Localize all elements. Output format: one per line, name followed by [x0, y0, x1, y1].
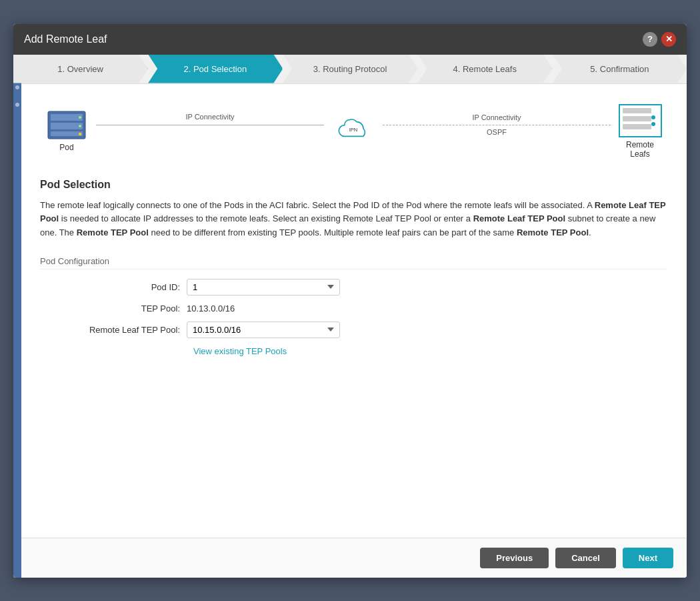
- pod-icon: [47, 110, 87, 140]
- step-routing-protocol[interactable]: 3. Routing Protocol: [283, 55, 417, 83]
- remote-tep-pool-row: Remote Leaf TEP Pool: 10.15.0.0/16: [40, 322, 667, 338]
- remote-tep-pool-label: Remote Leaf TEP Pool:: [80, 325, 187, 335]
- form-section-title: Pod Configuration: [40, 256, 667, 269]
- bold-remote-leaf-tep-pool-2: Remote Leaf TEP Pool: [473, 213, 565, 223]
- topology-diagram: Pod IP Connectivity IPN IPN IP Connectiv…: [40, 97, 667, 165]
- view-tep-pools-link[interactable]: View existing TEP Pools: [40, 346, 667, 356]
- previous-button[interactable]: Previous: [480, 548, 549, 568]
- wizard-steps: 1. Overview 2. Pod Selection 3. Routing …: [13, 55, 687, 84]
- bold-remote-leaf-tep-pool-1: Remote Leaf TEP Pool: [40, 200, 665, 224]
- remote-dot: [651, 115, 655, 119]
- svg-point-5: [79, 125, 81, 127]
- remote-tep-pool-select[interactable]: 10.15.0.0/16: [187, 322, 340, 338]
- header-icons: ? ✕: [643, 32, 676, 47]
- ospf-label1: IP Connectivity: [472, 113, 521, 121]
- step-pod-selection[interactable]: 2. Pod Selection: [148, 55, 283, 83]
- tep-pool-row: TEP Pool: 10.13.0.0/16: [40, 304, 667, 314]
- dialog-title: Add Remote Leaf: [24, 33, 107, 45]
- sidebar-dot: [15, 85, 19, 89]
- bold-remote-tep-pool: Remote TEP Pool: [77, 227, 149, 237]
- left-sidebar: [13, 61, 21, 578]
- step-overview[interactable]: 1. Overview: [13, 55, 148, 83]
- line-ospf: IP Connectivity OSPF: [383, 125, 611, 125]
- dialog-footer: Previous Cancel Next: [13, 538, 687, 578]
- remote-leafs-icon: [619, 104, 662, 137]
- ipn-diagram-item: IPN IPN: [327, 111, 380, 152]
- bold-remote-tep-pool-2: Remote TEP Pool: [517, 227, 589, 237]
- close-button[interactable]: ✕: [661, 32, 676, 47]
- svg-text:IPN: IPN: [349, 126, 358, 132]
- content-area: Pod IP Connectivity IPN IPN IP Connectiv…: [13, 84, 687, 538]
- section-title: Pod Selection: [40, 179, 667, 191]
- pod-id-label: Pod ID:: [80, 282, 187, 292]
- next-button[interactable]: Next: [623, 548, 673, 568]
- line-ip-connectivity: IP Connectivity: [96, 125, 324, 125]
- ip-connectivity-label: IP Connectivity: [185, 113, 234, 121]
- step-remote-leafs[interactable]: 4. Remote Leafs: [418, 55, 553, 83]
- add-remote-leaf-dialog: Add Remote Leaf ? ✕ 1. Overview 2. Pod S…: [13, 24, 687, 578]
- description-text: The remote leaf logically connects to on…: [40, 199, 667, 240]
- svg-rect-1: [51, 114, 83, 121]
- svg-rect-3: [51, 131, 83, 136]
- pod-id-select[interactable]: 1: [187, 279, 340, 295]
- svg-point-6: [79, 133, 81, 135]
- tep-pool-label: TEP Pool:: [80, 304, 187, 314]
- sidebar-dot: [15, 103, 19, 107]
- svg-point-4: [79, 116, 81, 119]
- dialog-header: Add Remote Leaf ? ✕: [13, 24, 687, 55]
- pod-diagram-item: Pod: [40, 110, 93, 152]
- svg-rect-2: [51, 123, 83, 129]
- cancel-button[interactable]: Cancel: [555, 548, 616, 568]
- cloud-icon: IPN: [337, 111, 370, 137]
- pod-label: Pod: [59, 143, 73, 152]
- tep-pool-value: 10.13.0.0/16: [187, 304, 235, 314]
- ospf-label2: OSPF: [487, 128, 507, 136]
- pod-id-row: Pod ID: 1: [40, 279, 667, 295]
- remote-dot: [651, 122, 655, 126]
- step-confirmation[interactable]: 5. Confirmation: [553, 55, 687, 83]
- remote-label: Remote Leafs: [626, 140, 654, 159]
- remote-diagram-item: Remote Leafs: [613, 104, 667, 159]
- help-button[interactable]: ?: [643, 32, 657, 47]
